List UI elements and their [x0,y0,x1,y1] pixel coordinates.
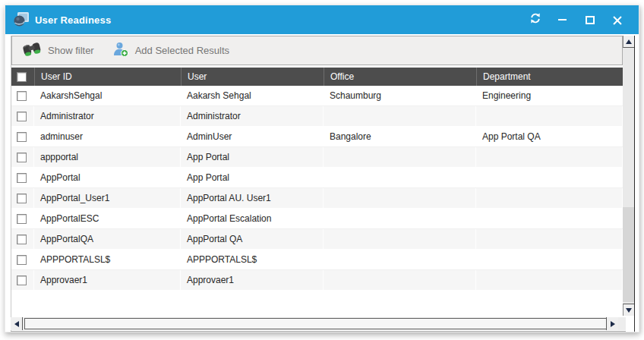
vertical-scrollbar-thumb[interactable] [623,207,634,302]
add-selected-results-button[interactable]: Add Selected Results [112,41,229,61]
cell-office [324,188,476,208]
cell-office [324,209,476,228]
cell-department: Engineering [476,86,623,105]
titlebar: User Readiness [5,5,639,34]
vertical-scrollbar[interactable] [623,36,634,316]
row-checkbox[interactable] [17,255,27,265]
table-row[interactable]: AakarshSehgalAakarsh SehgalSchaumburgEng… [11,86,623,106]
table-header: User ID User Office Department [11,68,623,86]
maximize-icon [586,16,595,24]
row-checkbox[interactable] [17,235,27,244]
row-checkbox[interactable] [17,91,27,101]
table-row[interactable]: appportalApp Portal [11,147,623,168]
cell-user-id: AppPortalESC [34,209,181,228]
row-checkbox-cell [11,127,34,146]
cell-user-id: AakarshSehgal [34,86,181,105]
row-checkbox-cell [11,86,34,105]
row-checkbox-cell [11,250,34,269]
header-checkbox-cell [11,68,34,86]
arrow-up-icon [626,39,632,44]
row-checkbox[interactable] [17,173,27,183]
row-checkbox[interactable] [17,153,27,162]
horizontal-scrollbar[interactable] [11,317,626,330]
row-checkbox-cell [11,147,34,167]
cell-user-id: appportal [34,147,181,167]
table-row[interactable]: AppPortalESCAppPortal Escalation [11,209,623,229]
column-header-department[interactable]: Department [476,68,623,86]
app-window-icon [12,11,30,28]
cell-user-id: AppPortal [34,168,181,187]
scroll-up-button[interactable] [623,36,634,48]
cell-user-id: Administrator [34,106,181,126]
toolbar: Show filter Add Selected Results [11,36,623,65]
maximize-button[interactable] [583,14,596,27]
show-filter-label: Show filter [48,45,94,56]
refresh-icon [529,12,541,27]
table-row[interactable]: adminuserAdminUserBangaloreApp Portal QA [11,127,623,147]
table-row[interactable]: Approvaer1Approvaer1 [11,270,623,291]
table-row[interactable]: AppPortalApp Portal [11,168,623,188]
row-checkbox[interactable] [17,275,27,285]
cell-user-id: Approvaer1 [34,270,181,290]
cell-office: Schaumburg [324,86,476,105]
cell-department: App Portal QA [476,127,623,146]
close-icon [612,15,622,25]
arrow-down-icon [626,308,632,313]
row-checkbox-cell [11,209,34,228]
table-row[interactable]: AppPortalQAAppPortal QA [11,229,623,250]
row-checkbox-cell [11,106,34,126]
cell-department [476,168,623,187]
cell-office [324,106,476,126]
cell-user: Approvaer1 [181,270,324,290]
content-frame-left-border [11,36,11,332]
cell-user: AppPortal Escalation [181,209,324,228]
row-checkbox[interactable] [17,132,27,142]
column-header-user[interactable]: User [181,68,324,86]
table-row[interactable]: AdministratorAdministrator [11,106,623,127]
cell-user-id: APPPORTALSL$ [34,250,181,269]
cell-office: Bangalore [324,127,476,146]
minimize-icon [558,19,567,20]
cell-user: App Portal [181,168,324,187]
cell-department [476,147,623,167]
row-checkbox-cell [11,168,34,187]
scroll-left-button[interactable] [11,317,23,330]
refresh-button[interactable] [529,14,541,27]
row-checkbox-cell [11,188,34,208]
cell-office [324,229,476,249]
row-checkbox-cell [11,270,34,290]
cell-department [476,188,623,208]
show-filter-button[interactable]: Show filter [22,41,94,61]
cell-department [476,270,623,290]
scroll-down-button[interactable] [623,304,634,316]
minimize-button[interactable] [556,14,569,27]
row-checkbox[interactable] [17,214,27,224]
cell-user: Administrator [181,106,324,126]
cell-user: App Portal [181,147,324,167]
cell-user-id: adminuser [34,127,181,146]
row-checkbox[interactable] [17,194,27,203]
horizontal-scrollbar-thumb[interactable] [24,318,612,329]
column-header-office[interactable]: Office [324,68,476,86]
select-all-checkbox[interactable] [17,72,27,82]
table-row[interactable]: APPPORTALSL$APPPORTALSL$ [11,250,623,270]
content-frame-bottom-border [11,331,626,332]
cell-department [476,106,623,126]
content-frame-right-border [634,36,635,332]
close-button[interactable] [611,14,623,27]
cell-office [324,147,476,167]
cell-office [324,270,476,290]
user-readiness-window: User Readiness [5,5,639,332]
add-selected-results-label: Add Selected Results [135,45,229,56]
cell-user: AdminUser [181,127,324,146]
cell-department [476,250,623,269]
cell-user: AppPortal AU. User1 [181,188,324,208]
table-row[interactable]: AppPortal_User1AppPortal AU. User1 [11,188,623,209]
window-controls [529,14,639,27]
table-body: AakarshSehgalAakarsh SehgalSchaumburgEng… [11,86,623,291]
column-header-user-id[interactable]: User ID [34,68,181,86]
window-title: User Readiness [35,14,111,26]
binoculars-icon [22,41,42,61]
scroll-right-button[interactable] [606,317,618,330]
row-checkbox[interactable] [17,112,27,121]
